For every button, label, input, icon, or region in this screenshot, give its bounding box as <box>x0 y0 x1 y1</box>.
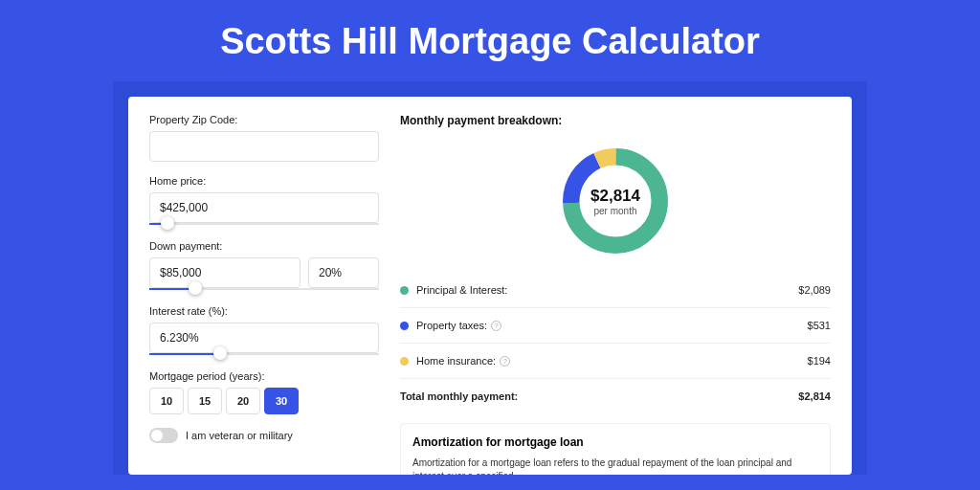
legend-row: Principal & Interest:$2,089 <box>400 277 831 303</box>
price-field-group: Home price: <box>149 175 379 227</box>
legend-value: $2,089 <box>798 284 831 296</box>
legend-label: Property taxes:? <box>416 320 808 331</box>
period-button-30[interactable]: 30 <box>264 388 299 414</box>
price-slider[interactable] <box>149 221 379 227</box>
legend-total-row: Total monthly payment: $2,814 <box>400 383 831 410</box>
calculator-card: Property Zip Code: Home price: Down paym… <box>128 97 852 475</box>
veteran-label: I am veteran or military <box>186 430 293 441</box>
legend-label: Principal & Interest: <box>416 284 798 296</box>
breakdown-title: Monthly payment breakdown: <box>400 114 831 127</box>
price-slider-thumb[interactable] <box>161 216 174 230</box>
legend-total-value: $2,814 <box>798 390 831 402</box>
zip-field-group: Property Zip Code: <box>149 114 379 162</box>
down-percent-input[interactable] <box>308 257 379 288</box>
page-title: Scotts Hill Mortgage Calculator <box>0 0 980 81</box>
rate-slider-thumb[interactable] <box>213 346 227 360</box>
legend-dot <box>400 357 409 366</box>
veteran-row: I am veteran or military <box>149 428 379 443</box>
period-button-10[interactable]: 10 <box>149 388 184 414</box>
price-label: Home price: <box>149 175 379 187</box>
legend-label: Home insurance:? <box>416 355 808 367</box>
legend-row: Property taxes:?$531 <box>400 312 831 339</box>
legend-separator <box>400 307 831 308</box>
calculator-frame: Property Zip Code: Home price: Down paym… <box>113 81 867 475</box>
amortization-text: Amortization for a mortgage loan refers … <box>412 457 818 475</box>
down-amount-input[interactable] <box>149 257 301 288</box>
breakdown-column: Monthly payment breakdown: $2,814 per mo… <box>400 114 831 475</box>
amortization-title: Amortization for mortgage loan <box>412 435 818 449</box>
down-field-group: Down payment: <box>149 240 379 292</box>
rate-input[interactable] <box>149 323 379 353</box>
down-slider[interactable] <box>149 286 379 292</box>
period-label: Mortgage period (years): <box>149 370 379 382</box>
down-label: Down payment: <box>149 240 379 252</box>
legend-dot <box>400 322 409 330</box>
donut-sublabel: per month <box>593 206 636 216</box>
legend-value: $194 <box>808 355 831 367</box>
zip-input[interactable] <box>149 131 379 162</box>
down-slider-thumb[interactable] <box>189 281 202 295</box>
price-input[interactable] <box>149 192 379 223</box>
rate-label: Interest rate (%): <box>149 305 379 317</box>
legend-separator <box>400 378 831 379</box>
donut-amount: $2,814 <box>590 187 640 206</box>
period-button-15[interactable]: 15 <box>188 388 222 414</box>
amortization-section: Amortization for mortgage loan Amortizat… <box>400 423 831 475</box>
donut-chart-area: $2,814 per month <box>400 139 831 277</box>
rate-slider[interactable] <box>149 351 379 357</box>
period-field-group: Mortgage period (years): 10152030 <box>149 370 379 414</box>
legend-dot <box>400 286 409 295</box>
legend-total-label: Total monthly payment: <box>400 390 798 402</box>
veteran-toggle[interactable] <box>149 428 178 443</box>
legend-row: Home insurance:?$194 <box>400 347 831 374</box>
help-icon[interactable]: ? <box>500 356 510 367</box>
help-icon[interactable]: ? <box>491 321 501 331</box>
form-column: Property Zip Code: Home price: Down paym… <box>149 114 379 475</box>
legend-value: $531 <box>808 320 831 331</box>
donut-chart: $2,814 per month <box>557 143 674 259</box>
legend-separator <box>400 343 831 344</box>
zip-label: Property Zip Code: <box>149 114 379 125</box>
rate-slider-fill <box>149 353 220 355</box>
rate-field-group: Interest rate (%): <box>149 305 379 357</box>
period-button-20[interactable]: 20 <box>226 388 260 414</box>
donut-center: $2,814 per month <box>557 143 674 259</box>
